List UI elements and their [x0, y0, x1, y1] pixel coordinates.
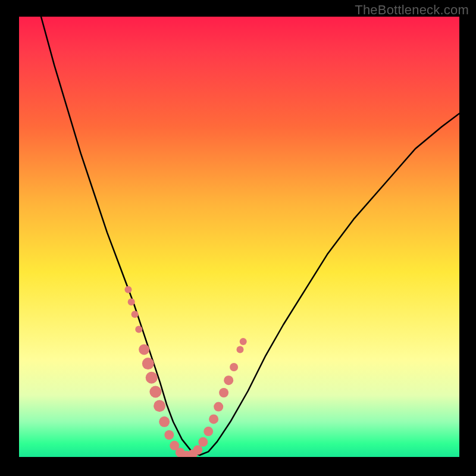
chart-svg — [19, 17, 459, 457]
highlight-dot — [135, 325, 142, 333]
highlight-dot — [237, 346, 244, 353]
highlight-dot — [219, 388, 228, 397]
highlight-dot — [131, 311, 139, 318]
highlight-dot — [142, 358, 154, 369]
highlight-dot — [214, 402, 223, 412]
highlight-dot — [198, 437, 208, 447]
highlight-dot — [149, 386, 161, 398]
highlight-dot — [154, 400, 165, 412]
highlight-dot — [164, 430, 174, 440]
chart-frame: TheBottleneck.com — [0, 0, 476, 476]
highlight-dot — [224, 375, 233, 385]
bottleneck-curve — [41, 17, 459, 455]
watermark-label: TheBottleneck.com — [355, 2, 469, 18]
highlight-dot — [203, 427, 213, 436]
highlight-dot — [193, 445, 202, 455]
highlight-dot — [240, 338, 247, 345]
highlight-dots-group — [125, 286, 247, 457]
highlight-dot — [128, 299, 135, 306]
highlight-dot — [125, 286, 132, 293]
highlight-dot — [139, 344, 149, 355]
highlight-dot — [209, 414, 218, 424]
highlight-dot — [146, 372, 158, 384]
plot-area — [19, 17, 459, 457]
highlight-dot — [159, 416, 170, 427]
highlight-dot — [230, 363, 238, 371]
